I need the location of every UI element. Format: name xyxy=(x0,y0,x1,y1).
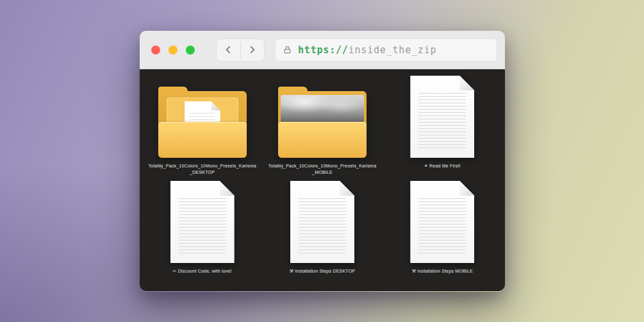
folder-with-photo-icon xyxy=(278,86,367,158)
url-protocol: https:// xyxy=(298,44,349,56)
file-tile-presets-folder-desktop[interactable]: Totality_Pack_10Colors_10Mono_Presets_Ka… xyxy=(148,73,257,176)
icon-area xyxy=(290,178,354,263)
icon-area xyxy=(278,73,367,158)
forward-button[interactable] xyxy=(241,39,265,61)
address-bar[interactable]: https://inside_the_zip xyxy=(275,38,497,62)
url-host: inside_the_zip xyxy=(349,44,437,56)
window-controls xyxy=(151,46,195,55)
icon-area xyxy=(170,178,235,263)
file-tile-discount-code[interactable]: ✂ Discount Code, with love! xyxy=(170,178,235,281)
file-label: Totality_Pack_10Colors_10Mono_Presets_Ka… xyxy=(148,163,257,176)
file-tile-read-me[interactable]: ✴ Read Me First! xyxy=(410,73,474,176)
close-button[interactable] xyxy=(151,46,160,55)
document-icon xyxy=(410,76,474,158)
file-tile-presets-folder-mobile[interactable]: Totality_Pack_10Colors_10Mono_Presets_Ka… xyxy=(268,73,377,176)
nav-button-group xyxy=(216,38,265,62)
browser-window: https://inside_the_zip Totality_Pack_10C… xyxy=(140,31,505,292)
folder-with-document-icon xyxy=(158,86,247,158)
browser-titlebar: https://inside_the_zip xyxy=(140,31,505,69)
file-label: ✂ Discount Code, with love! xyxy=(173,268,232,281)
lock-icon xyxy=(283,45,292,55)
chevron-right-icon xyxy=(247,44,258,55)
url-text: https://inside_the_zip xyxy=(298,44,436,56)
file-tile-installation-mobile[interactable]: ⚒ Installation Steps MOBILE xyxy=(410,178,474,281)
icon-area xyxy=(410,73,474,158)
icon-area xyxy=(158,73,247,158)
file-label: ✴ Read Me First! xyxy=(424,163,461,176)
minimize-button[interactable] xyxy=(169,46,178,55)
document-icon xyxy=(170,181,235,263)
document-icon xyxy=(290,181,354,263)
icon-area xyxy=(410,178,474,263)
file-tile-installation-desktop[interactable]: ⚒ Installation Steps DESKTOP xyxy=(290,178,355,281)
document-icon xyxy=(410,181,474,263)
file-label: ⚒ Installation Steps DESKTOP xyxy=(290,268,355,281)
chevron-left-icon xyxy=(223,44,234,55)
back-button[interactable] xyxy=(217,39,240,61)
file-label: Totality_Pack_10Colors_10Mono_Presets_Ka… xyxy=(268,163,377,176)
file-label: ⚒ Installation Steps MOBILE xyxy=(412,268,473,281)
zip-contents-panel: Totality_Pack_10Colors_10Mono_Presets_Ka… xyxy=(140,69,505,291)
zoom-button[interactable] xyxy=(186,46,195,55)
